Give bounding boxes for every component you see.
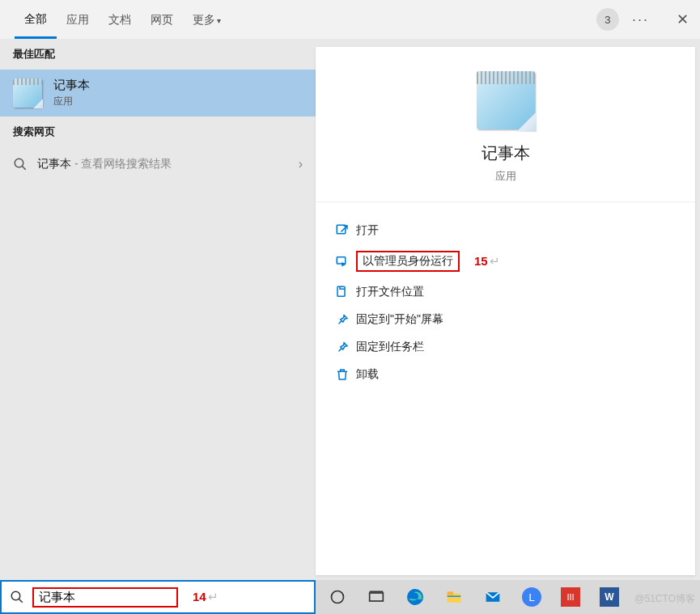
task-view-icon[interactable]: [366, 586, 387, 608]
close-button[interactable]: ✕: [665, 6, 700, 33]
trash-icon: [335, 367, 356, 382]
svg-point-0: [15, 159, 23, 167]
app-red-icon[interactable]: III: [560, 586, 581, 608]
web-search-suffix: - 查看网络搜索结果: [71, 157, 172, 170]
annotation-15: 15: [474, 254, 500, 269]
action-run-admin-label: 以管理员身份运行: [356, 251, 460, 272]
reward-badge[interactable]: 3: [596, 8, 619, 31]
result-subtitle: 应用: [53, 95, 303, 108]
action-open-location[interactable]: 打开文件位置: [335, 278, 676, 306]
app-l-icon[interactable]: L: [521, 586, 542, 608]
best-match-header: 最佳匹配: [0, 39, 316, 70]
tab-more[interactable]: 更多▾: [183, 2, 231, 37]
action-pin-taskbar[interactable]: 固定到任务栏: [335, 333, 676, 361]
notepad-icon: [13, 78, 42, 108]
tab-more-label: 更多: [193, 13, 215, 26]
annotation-14: 14: [193, 590, 218, 604]
svg-line-1: [22, 166, 26, 170]
tab-web[interactable]: 网页: [141, 2, 183, 37]
action-open-label: 打开: [356, 223, 379, 238]
svg-point-7: [332, 591, 344, 603]
svg-rect-13: [448, 595, 461, 597]
search-tabs: 全部 应用 文档 网页 更多▾ 3 ··· ✕: [0, 0, 700, 39]
pin-taskbar-icon: [335, 340, 356, 354]
action-pin-start[interactable]: 固定到"开始"屏幕: [335, 306, 676, 333]
action-run-admin[interactable]: 以管理员身份运行 15: [335, 244, 676, 278]
tab-documents[interactable]: 文档: [99, 2, 141, 37]
svg-rect-3: [337, 257, 346, 264]
action-uninstall-label: 卸载: [356, 367, 379, 382]
notepad-icon-large: [477, 71, 535, 129]
search-input[interactable]: [39, 591, 172, 604]
folder-icon: [335, 285, 356, 299]
admin-icon: [335, 254, 356, 269]
results-pane: 最佳匹配 记事本 应用 搜索网页 记事本 - 查看网络搜索结果 ›: [0, 39, 316, 580]
watermark: @51CTO博客: [634, 592, 695, 606]
action-open[interactable]: 打开: [335, 217, 676, 244]
search-icon: [13, 157, 28, 171]
open-icon: [335, 223, 356, 238]
svg-rect-12: [448, 591, 454, 595]
search-box[interactable]: 14: [0, 580, 316, 614]
mail-icon[interactable]: [482, 586, 503, 608]
pin-icon: [335, 312, 356, 327]
edge-icon[interactable]: [405, 586, 426, 608]
preview-title: 记事本: [482, 142, 530, 164]
svg-rect-8: [370, 593, 384, 601]
svg-point-5: [11, 591, 20, 600]
web-search-term: 记事本: [37, 157, 71, 170]
tab-all[interactable]: 全部: [15, 1, 57, 39]
best-match-result[interactable]: 记事本 应用: [0, 70, 316, 116]
search-web-header: 搜索网页: [0, 116, 316, 147]
preview-subtitle: 应用: [495, 169, 516, 184]
action-pin-start-label: 固定到"开始"屏幕: [356, 312, 443, 327]
action-open-location-label: 打开文件位置: [356, 285, 424, 299]
more-options-button[interactable]: ···: [632, 11, 649, 28]
result-title: 记事本: [53, 78, 303, 93]
tab-apps[interactable]: 应用: [57, 2, 99, 37]
svg-rect-4: [337, 286, 345, 296]
cortana-icon[interactable]: [327, 586, 348, 608]
web-search-row[interactable]: 记事本 - 查看网络搜索结果 ›: [0, 147, 316, 181]
action-uninstall[interactable]: 卸载: [335, 361, 676, 388]
chevron-right-icon: ›: [299, 157, 303, 171]
chevron-down-icon: ▾: [217, 16, 221, 25]
search-icon: [10, 590, 24, 604]
svg-line-6: [19, 599, 23, 603]
action-pin-taskbar-label: 固定到任务栏: [356, 340, 424, 354]
preview-pane: 记事本 应用 打开 以管理员身份运行 15 打开文件位置 固定到"开始"屏幕: [316, 47, 695, 575]
explorer-icon[interactable]: [443, 586, 465, 608]
word-icon[interactable]: W: [599, 586, 620, 608]
